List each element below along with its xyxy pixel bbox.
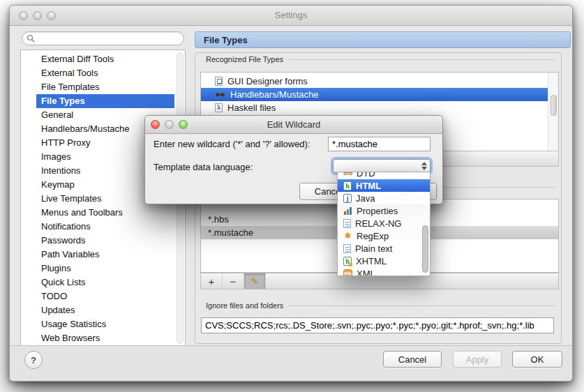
sidebar-item-todo[interactable]: TODO (21, 289, 185, 303)
search-icon (27, 34, 35, 43)
dropdown-item-properties[interactable]: Properties (338, 204, 430, 217)
pencil-icon: ✎ (251, 276, 259, 287)
template-language-dropdown: DTD DTD h HTML j Java Properties RELAX-N… (337, 172, 430, 276)
edit-pattern-button[interactable]: ✎ (244, 273, 266, 289)
java-icon: j (343, 194, 352, 203)
file-type-label: Haskell files (227, 103, 276, 113)
recognized-file-types-label: Recognized File Types (206, 55, 283, 63)
dropdown-item-label: Properties (357, 206, 398, 216)
file-type-row[interactable]: λ Haskell files (201, 101, 558, 114)
xhtml-icon: h (343, 257, 352, 266)
gui-form-icon (215, 77, 223, 86)
dialog-titlebar[interactable]: Edit Wildcard (145, 116, 442, 134)
dropdown-item-label: Java (356, 193, 375, 204)
sidebar-item-notifications[interactable]: Notifications (21, 220, 185, 234)
mustache-icon (215, 92, 225, 98)
dropdown-item-label: RegExp (357, 231, 389, 241)
dropdown-item-html[interactable]: h HTML (338, 179, 430, 192)
combo-stepper-icon (421, 160, 427, 172)
sidebar-item-file-types[interactable]: File Types (36, 94, 174, 108)
template-language-label: Template data language: (154, 162, 253, 172)
dropdown-item-label: XHTML (356, 256, 387, 266)
dtd-icon: DTD (343, 172, 352, 178)
window-title: Settings (10, 10, 572, 20)
dropdown-item-label: XML (357, 269, 375, 277)
search-input[interactable] (38, 33, 179, 44)
dropdown-item-plain-text[interactable]: Plain text (338, 242, 430, 255)
ok-button[interactable]: OK (512, 351, 562, 368)
document-icon (343, 219, 351, 228)
dialog-title: Edit Wildcard (145, 119, 442, 130)
sidebar-item-web-browsers[interactable]: Web Browsers (21, 331, 185, 345)
dropdown-item-label: Plain text (355, 243, 392, 254)
sidebar-item-updates[interactable]: Updates (21, 303, 185, 317)
remove-pattern-button[interactable]: − (223, 273, 244, 289)
dropdown-item-label: RELAX-NG (355, 218, 401, 229)
haskell-icon: λ (215, 103, 223, 112)
ignore-files-label: Ignore files and folders (206, 301, 283, 310)
dropdown-item-label: DTD (357, 172, 375, 179)
file-type-row[interactable]: GUI Designer forms (201, 75, 558, 88)
regexp-icon: ✱ (343, 232, 352, 241)
template-language-select[interactable] (333, 159, 430, 173)
document-icon (343, 244, 351, 253)
wildcard-label: Enter new wildcard ('*' and '?' allowed)… (154, 139, 310, 149)
file-type-row[interactable]: Handlebars/Mustache (201, 88, 558, 101)
settings-titlebar[interactable]: Settings (10, 6, 572, 26)
dropdown-scrollbar-thumb[interactable] (422, 225, 428, 273)
properties-icon (343, 206, 352, 216)
sidebar-item-plugins[interactable]: Plugins (21, 262, 185, 276)
dropdown-item-regexp[interactable]: ✱ RegExp (338, 229, 430, 242)
page-title: File Types (204, 35, 248, 45)
ignore-files-input[interactable] (201, 317, 554, 333)
recognized-file-types-group: Recognized File Types (206, 55, 555, 63)
help-button[interactable]: ? (24, 351, 43, 369)
file-types-scrollbar-thumb[interactable] (551, 95, 557, 116)
wildcard-input[interactable] (328, 137, 430, 151)
xml-icon: XML (343, 269, 352, 277)
settings-search-field[interactable] (22, 31, 184, 45)
sidebar-item-menus-and-toolbars[interactable]: Menus and Toolbars (21, 206, 185, 220)
cancel-button[interactable]: Cancel (383, 351, 442, 368)
file-types-scrollbar[interactable] (548, 73, 558, 151)
footer-bar: ? Cancel Apply OK (10, 345, 572, 381)
sidebar-item-passwords[interactable]: Passwords (21, 234, 185, 248)
dropdown-item-dtd[interactable]: DTD DTD (338, 172, 430, 179)
page-title-bar: File Types (195, 31, 571, 48)
apply-button[interactable]: Apply (453, 351, 502, 368)
sidebar-item-path-variables[interactable]: Path Variables (21, 248, 185, 262)
dropdown-item-relax-ng[interactable]: RELAX-NG (338, 217, 430, 229)
html-icon: h (343, 181, 352, 190)
add-pattern-button[interactable]: + (201, 273, 223, 289)
dropdown-item-java[interactable]: j Java (338, 192, 430, 204)
sidebar-item-usage-statistics[interactable]: Usage Statistics (21, 317, 185, 331)
dropdown-item-label: HTML (356, 181, 381, 191)
help-question-mark: ? (31, 355, 36, 365)
sidebar-item-external-diff-tools[interactable]: External Diff Tools (21, 52, 185, 66)
ignore-files-group: Ignore files and folders (206, 301, 555, 310)
separator-line (288, 306, 555, 306)
dropdown-item-xml[interactable]: XML XML (338, 267, 430, 276)
dropdown-item-xhtml[interactable]: h XHTML (338, 255, 430, 267)
file-type-label: GUI Designer forms (227, 76, 308, 86)
sidebar-item-file-templates[interactable]: File Templates (21, 80, 185, 94)
sidebar-item-external-tools[interactable]: External Tools (21, 66, 185, 80)
separator-line (288, 59, 555, 60)
file-type-label: Handlebars/Mustache (230, 89, 318, 100)
sidebar-item-quick-lists[interactable]: Quick Lists (21, 276, 185, 289)
